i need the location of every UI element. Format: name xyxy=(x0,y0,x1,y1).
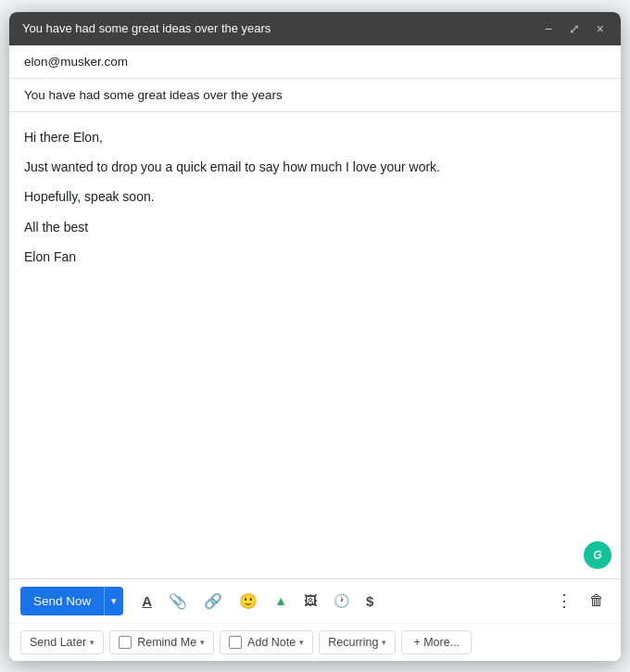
body-closing2: All the best xyxy=(24,217,606,237)
email-fields: elon@musker.com You have had some great … xyxy=(9,45,621,112)
email-body[interactable]: Hi there Elon, Just wanted to drop you a… xyxy=(9,112,621,578)
emoji-icon: 🙂 xyxy=(239,592,258,610)
send-now-button[interactable]: Send Now xyxy=(20,587,104,615)
body-main: Just wanted to drop you a quick email to… xyxy=(24,157,606,177)
drive-button[interactable]: ▲ xyxy=(269,590,293,612)
link-icon: 🔗 xyxy=(204,592,222,610)
body-closing1: Hopefully, speak soon. xyxy=(24,186,606,207)
image-icon: 🖼 xyxy=(304,593,317,608)
subject-field[interactable]: You have had some great ideas over the y… xyxy=(9,79,621,111)
font-format-button[interactable]: A xyxy=(136,590,158,613)
attachment-button[interactable]: 📎 xyxy=(163,589,193,614)
grammarly-icon: G xyxy=(593,549,601,562)
image-button[interactable]: 🖼 xyxy=(298,590,322,612)
minimize-button[interactable]: − xyxy=(541,20,556,37)
window-controls: − ⤢ × xyxy=(541,20,608,37)
recurring-dropdown-icon: ▾ xyxy=(382,638,386,647)
link-button[interactable]: 🔗 xyxy=(198,589,228,614)
toolbar-area: Send Now ▾ A 📎 🔗 🙂 ▲ 🖼 xyxy=(9,578,621,661)
remind-me-button[interactable]: Remind Me ▾ xyxy=(109,630,214,654)
font-icon: A xyxy=(142,593,152,609)
remind-me-label: Remind Me xyxy=(137,636,196,649)
toolbar-main: Send Now ▾ A 📎 🔗 🙂 ▲ 🖼 xyxy=(9,579,621,624)
close-button[interactable]: × xyxy=(593,20,608,37)
add-note-checkbox-icon xyxy=(229,636,242,649)
to-address: elon@musker.com xyxy=(24,55,128,69)
send-button-group: Send Now ▾ xyxy=(20,587,123,615)
grammarly-button[interactable]: G xyxy=(584,541,611,569)
compose-window: You have had some great ideas over the y… xyxy=(9,12,621,661)
send-now-dropdown-button[interactable]: ▾ xyxy=(104,587,123,615)
more-features-button[interactable]: + More... xyxy=(401,630,472,654)
emoji-button[interactable]: 🙂 xyxy=(233,589,263,614)
delete-draft-button[interactable]: 🗑 xyxy=(584,589,610,613)
body-signature: Elon Fan xyxy=(24,247,606,267)
remind-me-dropdown-icon: ▾ xyxy=(200,638,205,647)
clock-icon: 🕐 xyxy=(334,593,349,608)
remind-me-checkbox-icon xyxy=(119,636,132,649)
send-later-button[interactable]: Send Later ▾ xyxy=(20,630,104,654)
add-note-dropdown-icon: ▾ xyxy=(299,638,304,647)
more-vert-icon: ⋮ xyxy=(556,590,573,611)
add-note-label: Add Note xyxy=(247,636,296,649)
compose-container: Hi there Elon, Just wanted to drop you a… xyxy=(9,112,621,578)
title-bar: You have had some great ideas over the y… xyxy=(9,12,621,45)
window-title: You have had some great ideas over the y… xyxy=(22,21,271,35)
add-note-button[interactable]: Add Note ▾ xyxy=(220,630,313,654)
body-greeting: Hi there Elon, xyxy=(24,127,606,147)
toolbar-secondary: Send Later ▾ Remind Me ▾ Add Note ▾ Recu… xyxy=(9,624,621,661)
send-later-dropdown-icon: ▾ xyxy=(90,638,94,647)
drive-icon: ▲ xyxy=(274,593,287,608)
dollar-icon: $ xyxy=(366,593,373,609)
maximize-button[interactable]: ⤢ xyxy=(565,20,584,37)
delete-icon: 🗑 xyxy=(589,592,604,609)
more-options-button[interactable]: ⋮ xyxy=(550,587,578,615)
dollar-button[interactable]: $ xyxy=(360,590,379,613)
recurring-button[interactable]: Recurring ▾ xyxy=(319,630,396,654)
attachment-icon: 📎 xyxy=(169,592,187,610)
send-later-label: Send Later xyxy=(30,636,86,649)
schedule-button[interactable]: 🕐 xyxy=(328,590,355,612)
send-dropdown-arrow-icon: ▾ xyxy=(111,595,117,606)
to-field[interactable]: elon@musker.com xyxy=(9,45,621,79)
recurring-label: Recurring xyxy=(328,636,378,649)
subject-text: You have had some great ideas over the y… xyxy=(24,88,283,102)
